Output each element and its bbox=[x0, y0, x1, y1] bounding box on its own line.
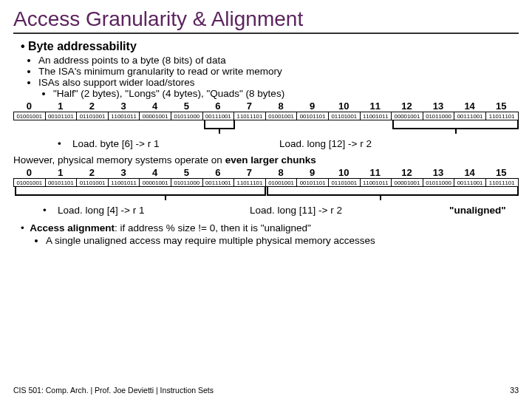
byte-cell: 11011101 bbox=[234, 179, 266, 186]
idx: 10 bbox=[328, 167, 360, 178]
idx: 15 bbox=[485, 100, 517, 112]
byte-cell: 11011101 bbox=[234, 112, 266, 120]
load-long-12: Load. long [12] -> r 2 bbox=[279, 138, 372, 149]
byte-row-2: 0100100100101101011010011100101100001001… bbox=[13, 178, 519, 187]
idx: 9 bbox=[296, 167, 328, 178]
byte-cell: 01011000 bbox=[423, 179, 455, 186]
footer-left: CIS 501: Comp. Arch. | Prof. Joe Deviett… bbox=[13, 386, 214, 395]
idx: 0 bbox=[13, 167, 45, 178]
heading-text: Byte addressability bbox=[28, 40, 137, 52]
idx: 8 bbox=[265, 167, 297, 178]
bullet-1: An address points to a byte (8 bits) of … bbox=[38, 55, 519, 66]
byte-cell: 01101001 bbox=[329, 179, 361, 186]
idx: 13 bbox=[423, 100, 454, 112]
load-byte-6: Load. byte [6] -> r 1 bbox=[72, 138, 159, 149]
byte-cell: 00001001 bbox=[140, 112, 171, 120]
idx: 14 bbox=[454, 167, 485, 178]
bullet-3-text: ISAs also support wider load/stores bbox=[38, 77, 195, 88]
bullet-2: The ISA's minimum granularity to read or… bbox=[38, 66, 519, 77]
idx: 11 bbox=[360, 100, 392, 112]
bracket-long12 bbox=[392, 120, 519, 129]
idx: 11 bbox=[360, 167, 392, 178]
index-row-2: 0123456789101112131415 bbox=[13, 167, 519, 178]
byte-cell: 01011000 bbox=[171, 179, 203, 186]
heading-byte-addressability: • Byte addressability bbox=[21, 40, 519, 53]
para-however: However, physical memory systems operate… bbox=[13, 154, 519, 166]
byte-cell: 00001001 bbox=[392, 112, 423, 120]
bullet-icon: • bbox=[43, 205, 47, 216]
idx: 1 bbox=[45, 100, 77, 112]
byte-cell: 00001001 bbox=[140, 179, 171, 186]
footer-page-number: 33 bbox=[510, 386, 519, 395]
bullet-icon: • bbox=[21, 222, 24, 233]
text: However, physical memory systems operate… bbox=[13, 154, 225, 166]
idx: 4 bbox=[139, 100, 171, 112]
idx: 8 bbox=[265, 100, 297, 112]
idx: 5 bbox=[171, 167, 202, 178]
unaligned-label: "unaligned" bbox=[449, 205, 506, 216]
byte-cell: 11001011 bbox=[361, 179, 392, 186]
bracket-byte6 bbox=[204, 120, 235, 129]
idx: 14 bbox=[454, 100, 485, 112]
bullet-icon: • bbox=[58, 138, 61, 149]
idx: 15 bbox=[485, 167, 517, 178]
align-text: : if address % size != 0, then it is "un… bbox=[115, 222, 311, 233]
idx: 6 bbox=[202, 100, 234, 112]
bullet-list-1: An address points to a byte (8 bits) of … bbox=[38, 55, 519, 99]
idx: 1 bbox=[45, 167, 77, 178]
idx: 5 bbox=[171, 100, 202, 112]
byte-cell: 00111001 bbox=[454, 112, 486, 120]
idx: 6 bbox=[202, 167, 234, 178]
idx: 10 bbox=[328, 100, 360, 112]
text-bold: even larger chunks bbox=[225, 154, 316, 166]
sub-bullet-1: "Half" (2 bytes), "Longs" (4 bytes), "Qu… bbox=[53, 88, 519, 99]
byte-cell: 11011101 bbox=[486, 179, 518, 186]
byte-cell: 01011000 bbox=[423, 112, 455, 120]
index-row-1: 0123456789101112131415 bbox=[13, 100, 519, 112]
align-sub-bullet: A single unaligned access may require mu… bbox=[46, 235, 519, 246]
load-row-2: • Load. long [4] -> r 1 Load. long [11] … bbox=[43, 205, 519, 218]
bullet-3: ISAs also support wider load/stores "Hal… bbox=[38, 77, 519, 99]
byte-cell: 00001001 bbox=[392, 179, 423, 186]
idx: 3 bbox=[108, 100, 140, 112]
load-long-11: Load. long [11] -> r 2 bbox=[250, 205, 342, 216]
byte-cell: 01001001 bbox=[14, 112, 46, 120]
byte-cell: 00101101 bbox=[297, 179, 329, 186]
bracket-chunk-8-15 bbox=[267, 187, 519, 196]
byte-cell: 11001011 bbox=[109, 112, 140, 120]
idx: 9 bbox=[296, 100, 328, 112]
byte-cell: 11011101 bbox=[486, 112, 518, 120]
access-alignment: • Access alignment: if address % size !=… bbox=[21, 222, 519, 233]
idx: 7 bbox=[233, 100, 265, 112]
byte-cell: 00101101 bbox=[46, 179, 78, 186]
idx: 0 bbox=[13, 100, 45, 112]
byte-cell: 01101001 bbox=[329, 112, 361, 120]
idx: 2 bbox=[76, 167, 108, 178]
byte-cell: 01101001 bbox=[77, 179, 109, 186]
byte-cell: 00101101 bbox=[46, 112, 78, 120]
byte-cell: 01001001 bbox=[266, 112, 298, 120]
byte-cell: 00111001 bbox=[203, 112, 235, 120]
idx: 13 bbox=[423, 167, 454, 178]
slide-title: Access Granularity & Alignment bbox=[13, 7, 519, 34]
bracket-chunk-0-7 bbox=[15, 187, 266, 196]
byte-cell: 00101101 bbox=[297, 112, 329, 120]
idx: 12 bbox=[391, 167, 423, 178]
load-row-1: • Load. byte [6] -> r 1 Load. long [12] … bbox=[43, 138, 519, 151]
load-long-4: Load. long [4] -> r 1 bbox=[58, 205, 144, 216]
sub-bullet-list-1: "Half" (2 bytes), "Longs" (4 bytes), "Qu… bbox=[53, 88, 519, 99]
idx: 4 bbox=[139, 167, 171, 178]
byte-cell: 11001011 bbox=[361, 112, 392, 120]
byte-cell: 00111001 bbox=[454, 179, 486, 186]
byte-cell: 01001001 bbox=[266, 179, 298, 186]
slide-footer: CIS 501: Comp. Arch. | Prof. Joe Deviett… bbox=[13, 386, 519, 395]
idx: 3 bbox=[108, 167, 140, 178]
align-label: Access alignment bbox=[30, 222, 115, 233]
byte-cell: 01011000 bbox=[171, 112, 203, 120]
byte-cell: 00111001 bbox=[203, 179, 235, 186]
align-sub-list: A single unaligned access may require mu… bbox=[46, 235, 519, 246]
idx: 2 bbox=[76, 100, 108, 112]
byte-row-1: 0100100100101101011010011100101100001001… bbox=[13, 112, 519, 120]
idx: 12 bbox=[391, 100, 423, 112]
idx: 7 bbox=[233, 167, 265, 178]
